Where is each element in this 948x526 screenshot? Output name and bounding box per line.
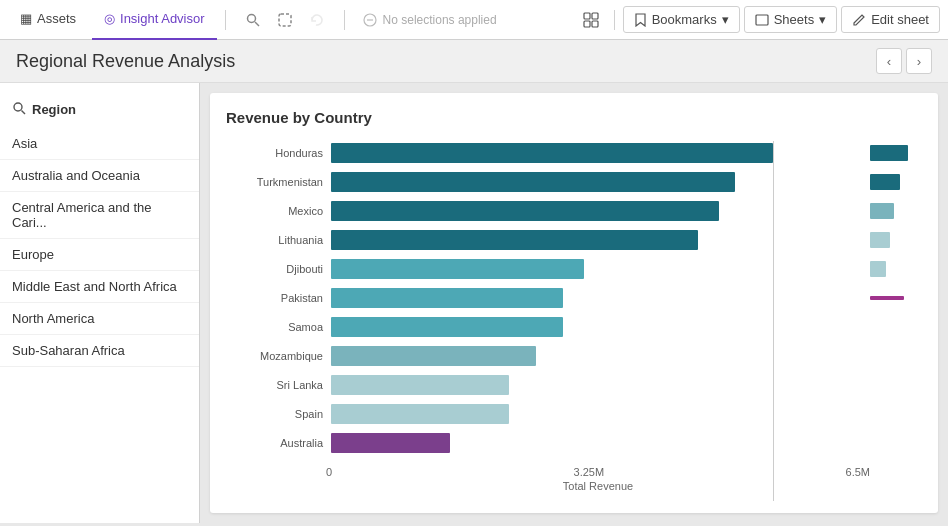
mini-bar-row [870, 401, 922, 427]
bar-container [331, 259, 870, 279]
mini-bar [870, 261, 886, 277]
mini-bar [870, 232, 890, 248]
filter-list: AsiaAustralia and OceaniaCentral America… [0, 128, 199, 367]
svg-rect-9 [756, 15, 768, 25]
sheets-btn[interactable]: Sheets ▾ [744, 6, 837, 33]
divider-3 [614, 10, 615, 30]
bar-label: Lithuania [226, 234, 331, 246]
top-bar: ▦ Assets ◎ Insight Advisor No selections… [0, 0, 948, 40]
bar-container [331, 404, 870, 424]
edit-sheet-btn[interactable]: Edit sheet [841, 6, 940, 33]
bar [331, 172, 735, 192]
mini-bar-row [870, 285, 922, 311]
assets-tab-label: Assets [37, 11, 76, 26]
mini-bar [870, 203, 894, 219]
mini-bar-row [870, 169, 922, 195]
bar-container [331, 433, 870, 453]
insight-icon: ◎ [104, 11, 115, 26]
no-selections-label: No selections applied [383, 13, 497, 27]
bar-rows: HondurasTurkmenistanMexicoLithuaniaDjibo… [226, 140, 870, 464]
lasso-btn[interactable] [270, 5, 300, 35]
bar [331, 143, 773, 163]
bar-label: Mozambique [226, 350, 331, 362]
filter-list-item[interactable]: Australia and Oceania [0, 160, 199, 192]
filter-list-item[interactable]: Europe [0, 239, 199, 271]
page-title: Regional Revenue Analysis [16, 51, 235, 72]
x-label-0: 0 [326, 466, 332, 478]
bar [331, 288, 563, 308]
undo-btn[interactable] [302, 5, 332, 35]
divider-2 [344, 10, 345, 30]
search-tool-btn[interactable] [238, 5, 268, 35]
chart-title: Revenue by Country [226, 109, 922, 126]
grid-view-btn[interactable] [576, 5, 606, 35]
insight-tab-label: Insight Advisor [120, 11, 205, 26]
mini-bar-row [870, 372, 922, 398]
bar [331, 259, 584, 279]
no-selections-indicator: No selections applied [353, 13, 507, 27]
svg-rect-8 [592, 21, 598, 27]
bar-container [331, 375, 870, 395]
sheets-label: Sheets [774, 12, 814, 27]
svg-point-10 [14, 103, 22, 111]
svg-rect-5 [584, 13, 590, 19]
page-header: Regional Revenue Analysis ‹ › [0, 40, 948, 83]
x-label-2: 6.5M [846, 466, 870, 478]
bar-container [331, 172, 870, 192]
bookmarks-chevron: ▾ [722, 12, 729, 27]
prev-page-btn[interactable]: ‹ [876, 48, 902, 74]
svg-rect-6 [592, 13, 598, 19]
bar-container [331, 317, 870, 337]
filter-list-item[interactable]: North America [0, 303, 199, 335]
assets-icon: ▦ [20, 11, 32, 26]
bar [331, 375, 509, 395]
filter-header: Region [0, 95, 199, 128]
svg-line-11 [22, 111, 26, 115]
svg-rect-7 [584, 21, 590, 27]
assets-tab[interactable]: ▦ Assets [8, 0, 88, 40]
filter-list-item[interactable]: Central America and the Cari... [0, 192, 199, 239]
mini-bar-row [870, 256, 922, 282]
svg-rect-2 [279, 14, 291, 26]
filter-label: Region [32, 102, 76, 117]
bar-label: Djibouti [226, 263, 331, 275]
mini-bar-row [870, 314, 922, 340]
bar-container [331, 288, 870, 308]
right-tools: Bookmarks ▾ Sheets ▾ Edit sheet [576, 5, 940, 35]
sheets-chevron: ▾ [819, 12, 826, 27]
filter-list-item[interactable]: Asia [0, 128, 199, 160]
bar [331, 404, 509, 424]
mini-bar [870, 174, 900, 190]
tab-divider [225, 10, 226, 30]
svg-line-1 [255, 22, 259, 26]
filter-search-icon [12, 101, 26, 118]
bookmarks-btn[interactable]: Bookmarks ▾ [623, 6, 740, 33]
bar-label: Mexico [226, 205, 331, 217]
bar-label: Australia [226, 437, 331, 449]
mini-bar-row [870, 140, 922, 166]
mini-bar [870, 145, 908, 161]
mini-bar-row [870, 343, 922, 369]
bar-label: Honduras [226, 147, 331, 159]
edit-sheet-label: Edit sheet [871, 12, 929, 27]
content-area: Region AsiaAustralia and OceaniaCentral … [0, 83, 948, 523]
reference-line [773, 141, 774, 501]
filter-list-item[interactable]: Sub-Saharan Africa [0, 335, 199, 367]
filter-list-item[interactable]: Middle East and North Africa [0, 271, 199, 303]
bookmarks-label: Bookmarks [652, 12, 717, 27]
bar-container [331, 143, 870, 163]
mini-bars-column [870, 140, 922, 492]
bar-label: Pakistan [226, 292, 331, 304]
bar-label: Samoa [226, 321, 331, 333]
next-page-btn[interactable]: › [906, 48, 932, 74]
bar-label: Spain [226, 408, 331, 420]
bar [331, 317, 563, 337]
insight-advisor-tab[interactable]: ◎ Insight Advisor [92, 0, 217, 40]
svg-point-0 [247, 14, 255, 22]
bar [331, 433, 450, 453]
bar-row: Honduras [226, 140, 870, 166]
bar-container [331, 230, 870, 250]
bar-label: Turkmenistan [226, 176, 331, 188]
bar [331, 346, 536, 366]
bar [331, 230, 698, 250]
